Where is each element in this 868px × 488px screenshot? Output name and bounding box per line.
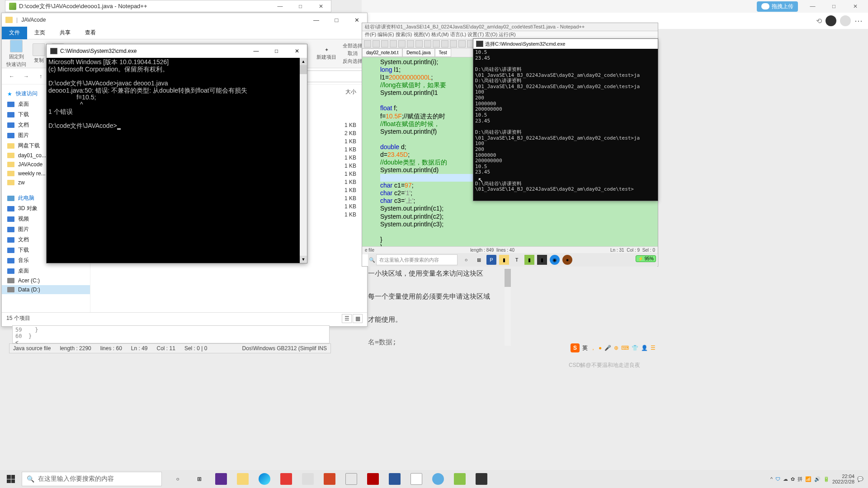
toolbar-button[interactable]	[441, 40, 448, 47]
task-icon[interactable]: ▮	[524, 255, 534, 265]
user-avatar[interactable]	[840, 15, 851, 26]
battery-badge: ⚡ 95%	[636, 255, 656, 262]
toolbar-button[interactable]	[373, 40, 380, 47]
tray-wifi-icon[interactable]: 📶	[805, 476, 811, 482]
task-icon[interactable]: ▮	[537, 255, 547, 265]
toolbar-button[interactable]	[398, 40, 406, 47]
editor-tab[interactable]: Test	[435, 48, 451, 57]
tray-cloud-icon[interactable]: ☁	[783, 476, 788, 482]
minimize-button[interactable]: —	[270, 0, 290, 12]
tab-share[interactable]: 共享	[52, 27, 78, 39]
sidebar-item-data[interactable]: Data (D:)	[2, 285, 90, 294]
tab-file[interactable]: 文件	[2, 27, 27, 39]
tray-chevron-icon[interactable]: ^	[770, 476, 773, 482]
cmd-output[interactable]: Microsoft Windows [版本 10.0.19044.1526] (…	[47, 58, 307, 131]
toolbar-button[interactable]	[458, 40, 466, 47]
toolbar-button[interactable]	[407, 40, 414, 47]
cmd-window-2: 选择C:\Windows\System32\cmd.exe 10.5 23.45…	[473, 38, 658, 201]
tray-app-icon[interactable]: ✿	[791, 476, 795, 482]
view-icons-icon[interactable]: ▦	[353, 314, 363, 323]
sidebar-item-desktop2[interactable]: 桌面	[2, 266, 90, 276]
document-content: 一小块区域，使用变量名来访问这块区 每一个变量使用前必须要先申请这块区域 才能使…	[368, 266, 657, 350]
tool-select-all[interactable]: 全部选择取消反向选择	[343, 42, 363, 65]
tray-battery-icon[interactable]: 🔋	[823, 476, 830, 482]
view-details-icon[interactable]: ☰	[342, 314, 352, 323]
close-button[interactable]: ✕	[311, 0, 331, 12]
task-view-icon[interactable]: ⊞	[189, 470, 210, 488]
task-icon[interactable]: T	[512, 255, 522, 265]
status-item-count: 15 个项目	[6, 314, 30, 322]
powerpoint-icon[interactable]	[319, 470, 340, 488]
task-icon[interactable]: ○	[461, 255, 471, 265]
ime-toolbar[interactable]: S 英 ， ● 🎤 ⊕ ⌨ 👕 👤 ☰	[571, 343, 656, 352]
close-button[interactable]: ✕	[845, 0, 865, 13]
sougou-icon: S	[571, 343, 580, 352]
file-explorer-icon[interactable]	[232, 470, 253, 488]
terminal-icon[interactable]	[471, 470, 492, 488]
maximize-button[interactable]: □	[326, 13, 347, 27]
close-button[interactable]: ✕	[287, 44, 307, 58]
toolbar-button[interactable]	[433, 40, 440, 47]
tool-copy[interactable]: 复制	[33, 43, 45, 64]
toolbar-button[interactable]	[450, 40, 457, 47]
sidebar-item-acer[interactable]: Acer (C:)	[2, 276, 90, 285]
tray-volume-icon[interactable]: 🔊	[814, 476, 821, 482]
inner-search-input[interactable]: 在这里输入你要搜索的内容	[376, 254, 458, 265]
baidu-icon[interactable]	[428, 470, 448, 488]
toolbar-button[interactable]	[424, 40, 431, 47]
cmd-window-1: C:\Windows\System32\cmd.exe — □ ✕ Micros…	[46, 44, 307, 263]
calculator-icon[interactable]	[297, 470, 318, 488]
history-icon[interactable]: ⟲	[816, 17, 822, 25]
youdao-icon[interactable]	[276, 470, 297, 488]
nav-back-icon[interactable]: ←	[6, 71, 17, 82]
profile-avatar[interactable]	[826, 15, 836, 26]
toolbar-button[interactable]	[381, 40, 388, 47]
nav-up-icon[interactable]: ↑	[35, 71, 46, 82]
adobe-icon[interactable]	[363, 470, 383, 488]
notepad-icon	[9, 3, 16, 10]
task-icon[interactable]: P	[486, 255, 496, 265]
tray-clock[interactable]: 22:04 2022/2/28	[832, 474, 854, 484]
tray-shield-icon[interactable]: 🛡	[775, 476, 780, 482]
tray-ime-icon[interactable]: 拼	[797, 476, 802, 483]
word-icon[interactable]	[384, 470, 405, 488]
explorer-title: JAVAcode	[21, 17, 46, 23]
task-icon[interactable]: ▮	[499, 255, 509, 265]
tool-pin[interactable]: 固定到快速访问	[6, 40, 26, 68]
task-icon[interactable]: ⊞	[474, 255, 484, 265]
browser-titlebar: 拖拽上传 — □ ✕	[362, 0, 868, 13]
notepad-plus-icon[interactable]	[449, 470, 470, 488]
tab-view[interactable]: 查看	[78, 27, 103, 39]
menu-icon[interactable]: ⋯	[854, 16, 863, 26]
visual-studio-icon[interactable]	[211, 470, 231, 488]
notifications-icon[interactable]: 💬	[857, 476, 863, 482]
scrollbar[interactable]	[505, 269, 511, 346]
toolbar-button[interactable]	[415, 40, 423, 47]
task-icon[interactable]: ◉	[550, 255, 560, 265]
minimize-button[interactable]: —	[306, 13, 326, 27]
maximize-button[interactable]: □	[266, 44, 287, 58]
window-title: 硅谷\讲课资料\01_JavaSE\14_BJ_0224JavaSE\day02…	[362, 23, 658, 31]
editor-tab[interactable]: day02_note.txt.t	[362, 48, 402, 57]
tab-home[interactable]: 主页	[27, 27, 52, 39]
cloud-upload-button[interactable]: 拖拽上传	[757, 1, 798, 12]
scrollbar[interactable]: ▲ ▼	[300, 58, 307, 263]
toolbar-button[interactable]	[364, 40, 371, 47]
cortana-icon[interactable]: ○	[167, 470, 188, 488]
maximize-button[interactable]: □	[290, 0, 311, 12]
task-icon[interactable]: ●	[562, 255, 572, 265]
cmd-icon	[476, 41, 483, 47]
text-icon[interactable]	[406, 470, 427, 488]
taskbar-search-input[interactable]: 🔍 在这里输入你要搜索的内容	[22, 472, 162, 486]
maximize-button[interactable]: □	[824, 0, 844, 13]
tool-new[interactable]: ✦新建项目	[316, 47, 336, 61]
cmd-output[interactable]: 10.5 23.45 D:\尚硅谷\讲课资料\01_JavaSE\14_BJ_0…	[473, 49, 658, 193]
nav-forward-icon[interactable]: →	[21, 71, 32, 82]
toolbar-button[interactable]	[390, 40, 397, 47]
minimize-button[interactable]: —	[246, 44, 266, 58]
endnote-icon[interactable]	[341, 470, 362, 488]
edge-icon[interactable]	[254, 470, 275, 488]
editor-tab[interactable]: Demo1.java	[402, 48, 434, 57]
minimize-button[interactable]: —	[802, 0, 823, 13]
start-button[interactable]	[0, 470, 22, 488]
